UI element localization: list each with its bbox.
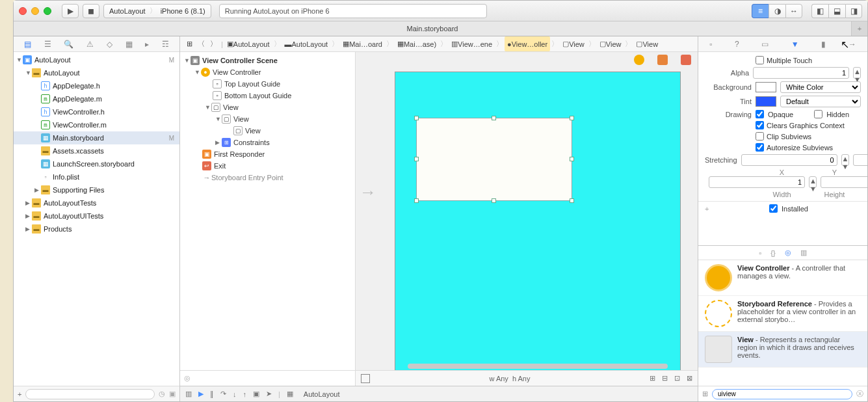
step-over-button[interactable]: ↷	[220, 390, 226, 398]
resize-handle[interactable]	[414, 198, 419, 203]
tree-group[interactable]: ▶▬Supporting Files	[14, 183, 179, 196]
toggle-inspector-button[interactable]: ◨	[845, 4, 862, 18]
tree-group[interactable]: ▶▬AutoLayoutTests	[14, 196, 179, 209]
project-navigator-tab[interactable]: ▤	[24, 40, 31, 49]
issue-navigator-tab[interactable]: ⚠	[86, 40, 94, 49]
find-navigator-tab[interactable]: 🔍	[64, 40, 73, 49]
add-button[interactable]: +	[18, 390, 21, 398]
resize-handle[interactable]	[492, 116, 496, 120]
jump-seg[interactable]: ▦ Mai…oard	[340, 36, 385, 51]
outline-item[interactable]: ▫Bottom Layout Guide	[180, 90, 355, 101]
version-editor-button[interactable]: ↔	[785, 4, 802, 18]
resize-handle[interactable]	[570, 157, 574, 161]
navigator-filter-input[interactable]	[25, 389, 155, 399]
pause-button[interactable]: ‖	[210, 390, 214, 398]
resizing-button[interactable]: ⊠	[687, 374, 692, 382]
tree-file[interactable]: mViewController.m	[14, 118, 179, 131]
connections-inspector-tab[interactable]: →	[848, 40, 856, 49]
file-template-tab[interactable]: ▫	[759, 249, 761, 257]
jump-seg[interactable]: ▢ View	[633, 36, 661, 51]
installed-checkbox[interactable]	[769, 204, 778, 213]
library-list[interactable]: View Controller - A controller that mana…	[698, 260, 867, 386]
file-inspector-tab[interactable]: ▫	[709, 40, 712, 49]
autoresize-subviews-checkbox[interactable]	[756, 143, 764, 152]
alpha-stepper[interactable]: ▲▼	[853, 67, 861, 79]
tint-swatch[interactable]	[756, 96, 776, 107]
stretch-h-input[interactable]	[821, 176, 867, 188]
tree-file[interactable]: hViewController.h	[14, 105, 179, 118]
tint-select[interactable]: Default	[780, 96, 861, 107]
toggle-debug-button[interactable]: ⬓	[828, 4, 845, 18]
jump-seg[interactable]: ▣ AutoLayout	[224, 36, 272, 51]
new-tab-button[interactable]: +	[852, 21, 867, 36]
back-button[interactable]: 〈	[195, 36, 207, 51]
tree-group[interactable]: ▶▬AutoLayoutUITests	[14, 209, 179, 222]
alpha-input[interactable]	[753, 67, 849, 79]
root-view[interactable]	[395, 72, 681, 386]
clip-subviews-checkbox[interactable]	[756, 132, 764, 141]
tree-group[interactable]: ▶▬Products	[14, 222, 179, 235]
attributes-inspector-tab[interactable]: ▼	[791, 40, 799, 49]
zoom-window[interactable]	[44, 7, 51, 15]
scheme-selector[interactable]: AutoLayout 〉 iPhone 6 (8.1)	[103, 4, 211, 18]
align-button[interactable]: ⊞	[650, 374, 655, 382]
resolve-issues-button[interactable]: ⊡	[674, 374, 680, 382]
test-navigator-tab[interactable]: ◇	[107, 40, 112, 49]
stretch-y-input[interactable]	[853, 154, 867, 166]
close-window[interactable]	[19, 7, 27, 15]
stretch-x-stepper[interactable]: ▲▼	[841, 154, 849, 166]
library-item-selected[interactable]: View - Represents a rectangular region i…	[698, 332, 867, 368]
tree-file[interactable]: ▫Info.plist	[14, 170, 179, 183]
library-item[interactable]: View Controller - A controller that mana…	[698, 260, 867, 296]
outline-view[interactable]: ▼▢View	[180, 113, 355, 125]
assistant-editor-button[interactable]: ◑	[769, 4, 785, 18]
ib-canvas[interactable]: →	[356, 52, 698, 386]
stretch-x-input[interactable]	[741, 154, 837, 166]
symbol-navigator-tab[interactable]: ☰	[44, 40, 51, 49]
run-button[interactable]: ▶	[62, 4, 79, 18]
jump-seg-highlight[interactable]: ● View…oller	[505, 36, 550, 51]
step-out-button[interactable]: ↑	[243, 390, 247, 398]
add-variation-button[interactable]: +	[705, 205, 713, 213]
toggle-navigator-button[interactable]: ◧	[811, 4, 828, 18]
jump-seg[interactable]: ▦ Mai…ase)	[395, 36, 439, 51]
multiple-touch-checkbox[interactable]	[756, 56, 764, 64]
opaque-checkbox[interactable]	[756, 110, 764, 118]
tree-file[interactable]: ▦LaunchScreen.storyboard	[14, 157, 179, 170]
outline-scene[interactable]: ▼▣View Controller Scene	[180, 55, 355, 66]
outline-entry-point[interactable]: →Storyboard Entry Point	[180, 172, 355, 183]
resize-handle[interactable]	[570, 116, 574, 120]
jump-bar[interactable]: ⊞ 〈 〉 | ▣ AutoLayout〉 ▬ AutoLayout〉 ▦ Ma…	[180, 36, 698, 52]
tree-project-root[interactable]: ▼▣ AutoLayout M	[14, 53, 179, 66]
outline-vc[interactable]: ▼●View Controller	[180, 66, 355, 78]
jump-seg[interactable]: ▢ View	[560, 36, 587, 51]
library-item[interactable]: Storyboard Reference - Provides a placeh…	[698, 296, 867, 332]
code-snippet-tab[interactable]: {}	[770, 249, 775, 257]
simulate-location-button[interactable]: ➤	[266, 390, 272, 398]
tree-file[interactable]: ▬Assets.xcassets	[14, 144, 179, 157]
vc-icon[interactable]	[634, 55, 644, 65]
pin-button[interactable]: ⊟	[662, 374, 668, 382]
stop-button[interactable]: ◼	[83, 4, 99, 18]
report-navigator-tab[interactable]: ☶	[162, 40, 169, 49]
stretch-w-stepper[interactable]: ▲▼	[809, 176, 817, 188]
tree-file[interactable]: mAppDelegate.m	[14, 92, 179, 105]
exit-icon[interactable]	[681, 55, 691, 65]
toggle-debug-area-icon[interactable]: ▥	[185, 390, 192, 398]
related-items-icon[interactable]: ⊞	[184, 36, 195, 51]
toggle-outline-button[interactable]	[361, 374, 370, 383]
resize-handle[interactable]	[414, 116, 419, 120]
tree-file-selected[interactable]: ▦Main.storyboardM	[14, 131, 179, 144]
resize-handle[interactable]	[414, 157, 419, 161]
jump-seg[interactable]: ▬ AutoLayout	[282, 36, 331, 51]
debug-view-hierarchy-button[interactable]: ▣	[253, 390, 259, 398]
background-select[interactable]: White Color	[780, 81, 861, 93]
continue-button[interactable]: ▶	[198, 390, 204, 398]
tab-main-storyboard[interactable]: Main.storyboard	[14, 21, 852, 36]
object-library-tab[interactable]: ◎	[785, 248, 791, 257]
outline-first-responder[interactable]: ▣First Responder	[180, 148, 355, 160]
size-class-control[interactable]: w Any h Any	[375, 375, 644, 382]
outline-exit[interactable]: ↩Exit	[180, 160, 355, 172]
canvas-horizontal-scrollbar[interactable]	[401, 364, 685, 370]
outline-view[interactable]: ▼▢View	[180, 101, 355, 113]
